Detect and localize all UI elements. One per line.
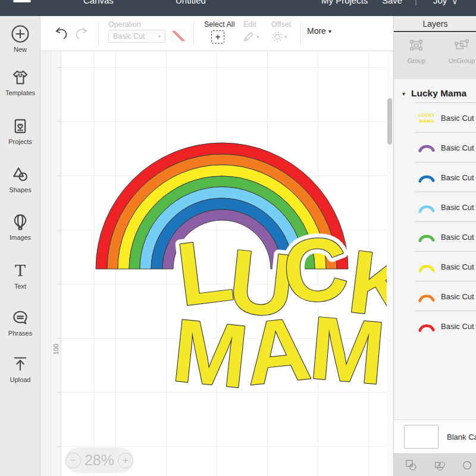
collapse-arrow-icon[interactable]: ▾: [402, 90, 405, 97]
toolbar-divider: [193, 22, 194, 46]
sidebar-item-phrases[interactable]: Phrases: [0, 308, 40, 347]
design-canvas[interactable]: LUCKY LUCKY MAMA MAMA: [61, 51, 387, 476]
topbar-divider: |: [415, 0, 417, 5]
lucky-mama-design[interactable]: LUCKY LUCKY MAMA MAMA: [61, 51, 387, 476]
layer-thumbnail-arc: [417, 140, 436, 155]
canvas-menu-label[interactable]: Canvas: [83, 0, 114, 5]
layer-row-orange-arc[interactable]: Basic Cut: [394, 281, 476, 311]
canvas-scrollbar: [387, 51, 393, 476]
redo-icon: [74, 26, 89, 40]
group-icon: [409, 39, 424, 52]
left-sidebar: New Templates Projects Shapes: [0, 16, 40, 476]
plus-circle-icon: [10, 24, 30, 44]
scrollbar-thumb[interactable]: [387, 98, 392, 145]
tab-layers[interactable]: Layers: [394, 16, 476, 32]
save-button[interactable]: Save: [382, 0, 402, 5]
undo-button[interactable]: [54, 26, 69, 40]
hamburger-menu-icon[interactable]: [13, 0, 31, 5]
more-button[interactable]: More ▾: [307, 26, 331, 36]
design-text-mama[interactable]: MAMA: [168, 296, 387, 407]
sidebar-item-text[interactable]: T Text: [0, 261, 40, 300]
svg-text:MAMA: MAMA: [419, 118, 434, 124]
triangle-circle-icon: [10, 164, 30, 184]
weld-icon[interactable]: [433, 459, 446, 472]
svg-text:LUCKY: LUCKY: [418, 112, 435, 118]
select-all-button[interactable]: +: [211, 30, 224, 43]
zoom-control: − 28% +: [65, 447, 133, 473]
my-projects-link[interactable]: My Projects: [321, 0, 368, 5]
group-button[interactable]: Group: [400, 39, 433, 64]
layer-thumbnail-arc: [417, 289, 436, 303]
layer-row-purple-arc[interactable]: Basic Cut: [394, 133, 476, 162]
layer-thumbnail-arc: [417, 200, 436, 214]
chevron-down-icon: ▾: [284, 34, 287, 40]
zoom-out-button[interactable]: −: [65, 453, 81, 468]
top-bar: Canvas Untitled My Projects Save | Joy ∨: [0, 0, 476, 16]
layer-thumbnail-arc: [417, 259, 436, 274]
layer-row-green-arc[interactable]: Basic Cut: [394, 222, 476, 252]
speech-bubble-icon: [10, 308, 30, 328]
ruler-label: 100: [52, 344, 60, 355]
chevron-down-icon[interactable]: ∨: [452, 0, 458, 6]
layer-thumbnail-arc: [417, 170, 436, 184]
edit-button[interactable]: ▾: [243, 31, 259, 42]
undo-icon: [54, 26, 69, 40]
sidebar-item-templates[interactable]: Templates: [0, 67, 40, 107]
slice-icon[interactable]: [405, 459, 418, 472]
select-all-label: Select All: [204, 20, 234, 29]
sidebar-item-shapes[interactable]: Shapes: [0, 164, 40, 203]
layer-list: LUCKY MAMA Basic Cut Basic Cut Basic Cut: [394, 103, 476, 341]
upload-arrow-icon: [10, 354, 30, 374]
app-window: Canvas Untitled My Projects Save | Joy ∨…: [0, 0, 476, 476]
project-title: Untitled: [176, 0, 206, 5]
operation-color-swatch[interactable]: [171, 30, 186, 42]
operation-dropdown[interactable]: Basic Cut ▾: [108, 30, 165, 43]
canvas-area: 100 LUCKY LU: [40, 51, 393, 476]
zoom-level: 28%: [84, 452, 114, 469]
sidebar-item-upload[interactable]: Upload: [0, 354, 40, 393]
blank-canvas-row[interactable]: Blank Canvas: [394, 419, 476, 453]
balloon-icon: [10, 212, 30, 232]
layer-thumbnail-arc: [417, 319, 436, 333]
letter-t-icon: T: [10, 261, 30, 281]
layer-thumbnail-text: LUCKY MAMA: [417, 111, 436, 125]
chevron-down-icon: ▾: [328, 28, 331, 35]
layers-panel: Layers Group UnGroup: [393, 16, 476, 476]
layer-row-text[interactable]: LUCKY MAMA Basic Cut: [394, 103, 476, 133]
zoom-in-button[interactable]: +: [118, 453, 133, 468]
ungroup-icon: [454, 39, 469, 52]
operation-label: Operation: [108, 20, 141, 29]
pencil-icon: [243, 31, 255, 42]
layer-group-name: Lucky Mama: [411, 88, 466, 99]
vertical-ruler: 100: [51, 51, 61, 476]
layers-footer-bar: [394, 453, 476, 476]
layer-row-lightblue-arc[interactable]: Basic Cut: [394, 192, 476, 222]
offset-label: Offset: [271, 20, 291, 29]
sidebar-item-new[interactable]: New: [0, 24, 40, 63]
redo-button[interactable]: [74, 26, 89, 40]
card-heart-icon: [10, 116, 30, 136]
layer-group-header[interactable]: ▾ Lucky Mama: [394, 84, 476, 103]
offset-button[interactable]: ▾: [271, 31, 287, 43]
blank-canvas-swatch[interactable]: [404, 425, 439, 449]
sidebar-item-projects[interactable]: Projects: [0, 116, 40, 155]
layer-thumbnail-arc: [417, 230, 436, 244]
svg-text:T: T: [15, 261, 26, 280]
tshirt-icon: [10, 67, 30, 87]
toolbar-divider: [98, 22, 99, 46]
machine-select-button[interactable]: Joy: [433, 0, 447, 5]
sidebar-item-images[interactable]: Images: [0, 212, 40, 251]
ungroup-button[interactable]: UnGroup: [445, 39, 476, 64]
layer-row-red-arc[interactable]: Basic Cut: [394, 311, 476, 341]
layer-row-darkblue-arc[interactable]: Basic Cut: [394, 162, 476, 192]
chevron-down-icon: ▾: [158, 33, 161, 39]
layers-actions-bar: Group UnGroup: [394, 33, 476, 79]
edit-toolbar: Operation Basic Cut ▾ Select All + Edit …: [40, 16, 393, 51]
edit-label: Edit: [243, 20, 256, 29]
attach-icon[interactable]: [462, 459, 475, 472]
chevron-down-icon: ▾: [256, 34, 259, 40]
offset-sun-icon: [271, 31, 283, 43]
layer-row-yellow-arc[interactable]: Basic Cut: [394, 252, 476, 281]
toolbar-divider: [300, 22, 301, 46]
